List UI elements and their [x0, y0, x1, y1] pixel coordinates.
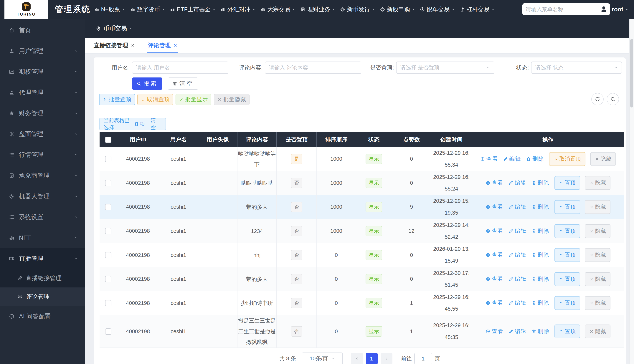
- edit-link[interactable]: 编辑: [508, 276, 527, 283]
- username-filter-input[interactable]: [132, 65, 228, 71]
- sidebar-item-行情管理[interactable]: 行情管理: [0, 144, 85, 165]
- sidebar-item-系统设置[interactable]: 系统设置: [0, 207, 85, 228]
- batch-button-orange[interactable]: 取消置顶: [137, 94, 173, 105]
- edit-link[interactable]: 编辑: [508, 203, 527, 211]
- menu-search-input[interactable]: [522, 6, 602, 12]
- edit-link[interactable]: 编辑: [503, 155, 521, 163]
- page-scrollbar[interactable]: [629, 0, 634, 364]
- topnav-item[interactable]: 新币发行: [340, 6, 375, 13]
- view-link[interactable]: 查看: [486, 299, 504, 307]
- select-all-checkbox[interactable]: [105, 136, 112, 143]
- sidebar-item-期权管理[interactable]: 期权管理: [0, 61, 85, 82]
- row-checkbox[interactable]: [105, 180, 112, 186]
- topnav-item[interactable]: N+股票: [94, 6, 125, 13]
- row-checkbox[interactable]: [105, 252, 112, 258]
- pin-button[interactable]: 置顶: [554, 248, 580, 262]
- next-page-button[interactable]: [380, 353, 392, 364]
- topnav-item[interactable]: 新股申购: [380, 6, 415, 13]
- hide-button[interactable]: 隐藏: [585, 176, 610, 190]
- user-avatar-icon[interactable]: [597, 3, 610, 16]
- hide-button[interactable]: 隐藏: [585, 224, 610, 238]
- page-size-select[interactable]: 10条/页: [302, 352, 343, 364]
- edit-link[interactable]: 编辑: [508, 179, 527, 187]
- row-checkbox[interactable]: [105, 276, 112, 282]
- edit-link[interactable]: 编辑: [508, 251, 527, 259]
- pin-button[interactable]: 置顶: [554, 224, 580, 238]
- topnav-item[interactable]: 大宗交易: [260, 6, 295, 13]
- view-link[interactable]: 查看: [486, 251, 504, 259]
- page-number-1[interactable]: 1: [366, 353, 378, 364]
- row-checkbox[interactable]: [105, 204, 112, 210]
- view-link[interactable]: 查看: [480, 155, 498, 163]
- sidebar-item-ai-问答配置[interactable]: AI 问答配置: [0, 306, 85, 327]
- unpin-button[interactable]: 取消置顶: [549, 152, 586, 166]
- delete-link[interactable]: 删除: [532, 299, 550, 307]
- sidebar-item-评论管理[interactable]: 评论管理: [0, 288, 85, 306]
- brand-logo[interactable]: TURING: [4, 0, 48, 19]
- row-checkbox[interactable]: [105, 328, 112, 335]
- view-link[interactable]: 查看: [486, 228, 504, 235]
- clear-selection-link[interactable]: 清空: [150, 117, 162, 131]
- batch-button-green[interactable]: 批量显示: [176, 94, 211, 105]
- delete-link[interactable]: 删除: [532, 276, 550, 283]
- hide-button[interactable]: 隐藏: [585, 296, 610, 310]
- search-button[interactable]: 搜索: [132, 78, 162, 90]
- menu-search-box[interactable]: [522, 3, 610, 15]
- delete-link[interactable]: 删除: [526, 155, 544, 163]
- topnav-item[interactable]: 外汇对冲: [220, 6, 256, 13]
- sidebar-item-用户管理[interactable]: 用户管理: [0, 40, 85, 61]
- tab-live-link-manage[interactable]: 直播链接管理: [94, 38, 135, 54]
- view-link[interactable]: 查看: [486, 328, 504, 335]
- hide-button[interactable]: 隐藏: [590, 152, 616, 166]
- pin-button[interactable]: 置顶: [554, 272, 580, 286]
- user-menu[interactable]: root: [612, 0, 628, 19]
- close-icon[interactable]: [131, 43, 135, 48]
- pin-button[interactable]: 置顶: [554, 200, 580, 214]
- comment-filter-input[interactable]: [265, 65, 361, 71]
- hide-button[interactable]: 隐藏: [585, 272, 610, 286]
- batch-button-gray[interactable]: 批量隐藏: [214, 94, 250, 105]
- clear-button[interactable]: 清空: [168, 78, 198, 90]
- topnav-item[interactable]: 杠杆交易: [460, 6, 494, 13]
- sidebar-item-nft[interactable]: NFT: [0, 228, 85, 248]
- row-checkbox[interactable]: [105, 300, 112, 306]
- hide-button[interactable]: 隐藏: [585, 324, 610, 338]
- view-link[interactable]: 查看: [486, 179, 504, 187]
- edit-link[interactable]: 编辑: [508, 228, 527, 235]
- delete-link[interactable]: 删除: [532, 203, 550, 211]
- row-checkbox[interactable]: [105, 228, 112, 234]
- row-checkbox[interactable]: [105, 156, 112, 162]
- topnav-item[interactable]: ETF上市基金: [170, 6, 216, 13]
- hide-button[interactable]: 隐藏: [585, 200, 610, 214]
- sidebar-item-直播管理[interactable]: 直播管理: [0, 248, 85, 269]
- status-filter-select[interactable]: 请选择 状态: [531, 62, 622, 74]
- pin-button[interactable]: 置顶: [554, 324, 580, 338]
- pin-button[interactable]: 置顶: [554, 176, 580, 190]
- refresh-button[interactable]: [591, 93, 604, 105]
- prev-page-button[interactable]: [351, 353, 363, 364]
- delete-link[interactable]: 删除: [532, 179, 550, 187]
- topnav-item[interactable]: 理财业务: [300, 6, 335, 13]
- delete-link[interactable]: 删除: [532, 328, 550, 335]
- sidebar-item-机器人管理[interactable]: 机器人管理: [0, 186, 85, 207]
- sidebar-item-财务管理[interactable]: 财务管理: [0, 103, 85, 124]
- sidebar-item-代理管理[interactable]: 代理管理: [0, 82, 85, 103]
- pin-button[interactable]: 置顶: [554, 296, 580, 310]
- hide-button[interactable]: 隐藏: [585, 248, 610, 262]
- edit-link[interactable]: 编辑: [508, 299, 527, 307]
- view-link[interactable]: 查看: [486, 276, 504, 283]
- sidebar-item-盘面管理[interactable]: 盘面管理: [0, 124, 85, 144]
- sidebar-item-直播链接管理[interactable]: 直播链接管理: [0, 269, 85, 288]
- pinned-filter-select[interactable]: 请选择 是否置顶: [396, 62, 494, 74]
- scrollbar-thumb[interactable]: [630, 39, 633, 108]
- tab-comment-manage[interactable]: 评论管理: [148, 38, 178, 54]
- view-link[interactable]: 查看: [486, 203, 504, 211]
- batch-button-blue[interactable]: 批量置顶: [99, 94, 135, 105]
- delete-link[interactable]: 删除: [532, 228, 550, 235]
- context-bar[interactable]: 币币交易: [85, 19, 629, 38]
- sidebar-item-首页[interactable]: 首页: [0, 20, 85, 40]
- edit-link[interactable]: 编辑: [508, 328, 527, 335]
- delete-link[interactable]: 删除: [532, 251, 550, 259]
- goto-page-input[interactable]: [414, 353, 432, 364]
- close-icon[interactable]: [173, 43, 178, 48]
